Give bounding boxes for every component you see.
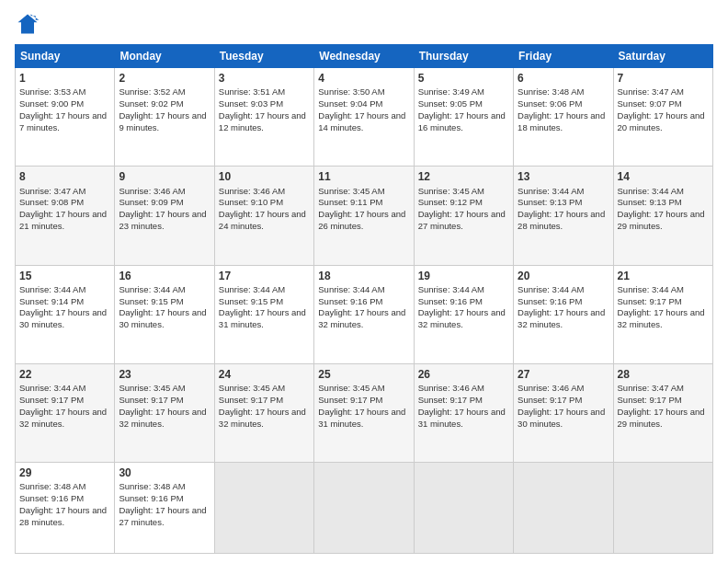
- sunset-text: Sunset: 9:17 PM: [418, 395, 509, 407]
- calendar-week-row: 29Sunrise: 3:48 AMSunset: 9:16 PMDayligh…: [16, 463, 713, 554]
- sunset-text: Sunset: 9:07 PM: [618, 98, 709, 110]
- day-number: 21: [618, 269, 709, 283]
- sunset-text: Sunset: 9:04 PM: [318, 98, 409, 110]
- daylight-text: Daylight: 17 hours and 32 minutes.: [518, 307, 609, 331]
- daylight-text: Daylight: 17 hours and 16 minutes.: [418, 110, 509, 134]
- calendar-header-thursday: Thursday: [414, 45, 513, 68]
- calendar-week-row: 1Sunrise: 3:53 AMSunset: 9:00 PMDaylight…: [16, 68, 713, 167]
- sunrise-text: Sunrise: 3:45 AM: [318, 383, 409, 395]
- sunrise-text: Sunrise: 3:52 AM: [119, 86, 210, 98]
- sunset-text: Sunset: 9:16 PM: [119, 493, 210, 505]
- sunrise-text: Sunrise: 3:48 AM: [19, 481, 110, 493]
- sunset-text: Sunset: 9:14 PM: [19, 296, 110, 308]
- sunset-text: Sunset: 9:06 PM: [518, 98, 609, 110]
- calendar-header-monday: Monday: [115, 45, 214, 68]
- day-number: 29: [19, 465, 110, 480]
- sunrise-text: Sunrise: 3:44 AM: [518, 284, 609, 296]
- sunrise-text: Sunrise: 3:44 AM: [418, 284, 509, 296]
- sunrise-text: Sunrise: 3:45 AM: [119, 383, 210, 395]
- daylight-text: Daylight: 17 hours and 32 minutes.: [418, 307, 509, 331]
- sunset-text: Sunset: 9:13 PM: [518, 197, 609, 209]
- day-number: 2: [119, 71, 210, 86]
- calendar-cell: 17Sunrise: 3:44 AMSunset: 9:15 PMDayligh…: [214, 265, 313, 363]
- sunrise-text: Sunrise: 3:45 AM: [318, 186, 409, 198]
- daylight-text: Daylight: 17 hours and 18 minutes.: [518, 110, 609, 134]
- day-number: 14: [618, 169, 709, 184]
- sunrise-text: Sunrise: 3:44 AM: [318, 284, 409, 296]
- calendar-cell: 27Sunrise: 3:46 AMSunset: 9:17 PMDayligh…: [514, 363, 613, 462]
- calendar-cell: 29Sunrise: 3:48 AMSunset: 9:16 PMDayligh…: [16, 463, 115, 554]
- sunset-text: Sunset: 9:16 PM: [19, 493, 110, 505]
- day-number: 4: [318, 71, 409, 86]
- daylight-text: Daylight: 17 hours and 7 minutes.: [19, 110, 110, 134]
- sunrise-text: Sunrise: 3:53 AM: [19, 86, 110, 98]
- day-number: 24: [219, 367, 310, 382]
- sunset-text: Sunset: 9:17 PM: [219, 395, 310, 407]
- sunrise-text: Sunrise: 3:44 AM: [618, 284, 709, 296]
- calendar-cell: 7Sunrise: 3:47 AMSunset: 9:07 PMDaylight…: [613, 68, 712, 167]
- daylight-text: Daylight: 17 hours and 31 minutes.: [318, 407, 409, 431]
- calendar-cell: 1Sunrise: 3:53 AMSunset: 9:00 PMDaylight…: [16, 68, 115, 167]
- calendar-cell: 11Sunrise: 3:45 AMSunset: 9:11 PMDayligh…: [314, 167, 414, 265]
- day-number: 15: [19, 269, 110, 283]
- daylight-text: Daylight: 17 hours and 20 minutes.: [618, 110, 709, 134]
- sunset-text: Sunset: 9:03 PM: [219, 98, 310, 110]
- svg-marker-0: [18, 15, 38, 34]
- day-number: 13: [518, 169, 609, 184]
- calendar-cell: [414, 463, 513, 554]
- daylight-text: Daylight: 17 hours and 21 minutes.: [19, 209, 110, 233]
- sunrise-text: Sunrise: 3:45 AM: [219, 383, 310, 395]
- sunset-text: Sunset: 9:11 PM: [318, 197, 409, 209]
- calendar-cell: 6Sunrise: 3:48 AMSunset: 9:06 PMDaylight…: [514, 68, 613, 167]
- calendar-cell: 9Sunrise: 3:46 AMSunset: 9:09 PMDaylight…: [115, 167, 214, 265]
- calendar-cell: 15Sunrise: 3:44 AMSunset: 9:14 PMDayligh…: [16, 265, 115, 363]
- sunrise-text: Sunrise: 3:47 AM: [19, 186, 110, 198]
- calendar-cell: [214, 463, 313, 554]
- calendar-cell: [314, 463, 414, 554]
- sunrise-text: Sunrise: 3:44 AM: [119, 284, 210, 296]
- calendar-cell: 13Sunrise: 3:44 AMSunset: 9:13 PMDayligh…: [514, 167, 613, 265]
- day-number: 30: [119, 465, 210, 480]
- page: SundayMondayTuesdayWednesdayThursdayFrid…: [0, 0, 728, 563]
- daylight-text: Daylight: 17 hours and 31 minutes.: [219, 307, 310, 331]
- calendar-header-wednesday: Wednesday: [314, 45, 414, 68]
- day-number: 3: [219, 71, 310, 86]
- daylight-text: Daylight: 17 hours and 32 minutes.: [19, 407, 110, 431]
- day-number: 23: [119, 367, 210, 382]
- sunrise-text: Sunrise: 3:44 AM: [19, 284, 110, 296]
- sunset-text: Sunset: 9:17 PM: [19, 395, 110, 407]
- day-number: 11: [318, 169, 409, 184]
- daylight-text: Daylight: 17 hours and 30 minutes.: [518, 407, 609, 431]
- sunrise-text: Sunrise: 3:51 AM: [219, 86, 310, 98]
- logo: [15, 11, 44, 37]
- day-number: 27: [518, 367, 609, 382]
- calendar-cell: 24Sunrise: 3:45 AMSunset: 9:17 PMDayligh…: [214, 363, 313, 462]
- daylight-text: Daylight: 17 hours and 14 minutes.: [318, 110, 409, 134]
- daylight-text: Daylight: 17 hours and 24 minutes.: [219, 209, 310, 233]
- calendar-header-saturday: Saturday: [613, 45, 712, 68]
- sunset-text: Sunset: 9:17 PM: [318, 395, 409, 407]
- daylight-text: Daylight: 17 hours and 31 minutes.: [418, 407, 509, 431]
- sunset-text: Sunset: 9:17 PM: [518, 395, 609, 407]
- calendar-header-friday: Friday: [514, 45, 613, 68]
- calendar-header-row: SundayMondayTuesdayWednesdayThursdayFrid…: [16, 45, 713, 68]
- calendar-week-row: 15Sunrise: 3:44 AMSunset: 9:14 PMDayligh…: [16, 265, 713, 363]
- day-number: 16: [119, 269, 210, 283]
- daylight-text: Daylight: 17 hours and 12 minutes.: [219, 110, 310, 134]
- sunset-text: Sunset: 9:08 PM: [19, 197, 110, 209]
- day-number: 6: [518, 71, 609, 86]
- day-number: 19: [418, 269, 509, 283]
- daylight-text: Daylight: 17 hours and 30 minutes.: [119, 307, 210, 331]
- day-number: 12: [418, 169, 509, 184]
- calendar-cell: 21Sunrise: 3:44 AMSunset: 9:17 PMDayligh…: [613, 265, 712, 363]
- sunrise-text: Sunrise: 3:47 AM: [618, 86, 709, 98]
- day-number: 25: [318, 367, 409, 382]
- sunset-text: Sunset: 9:17 PM: [618, 395, 709, 407]
- sunset-text: Sunset: 9:16 PM: [418, 296, 509, 308]
- calendar-cell: 12Sunrise: 3:45 AMSunset: 9:12 PMDayligh…: [414, 167, 513, 265]
- calendar-cell: 16Sunrise: 3:44 AMSunset: 9:15 PMDayligh…: [115, 265, 214, 363]
- calendar-cell: 18Sunrise: 3:44 AMSunset: 9:16 PMDayligh…: [314, 265, 414, 363]
- calendar-week-row: 8Sunrise: 3:47 AMSunset: 9:08 PMDaylight…: [16, 167, 713, 265]
- calendar-cell: 10Sunrise: 3:46 AMSunset: 9:10 PMDayligh…: [214, 167, 313, 265]
- sunset-text: Sunset: 9:17 PM: [119, 395, 210, 407]
